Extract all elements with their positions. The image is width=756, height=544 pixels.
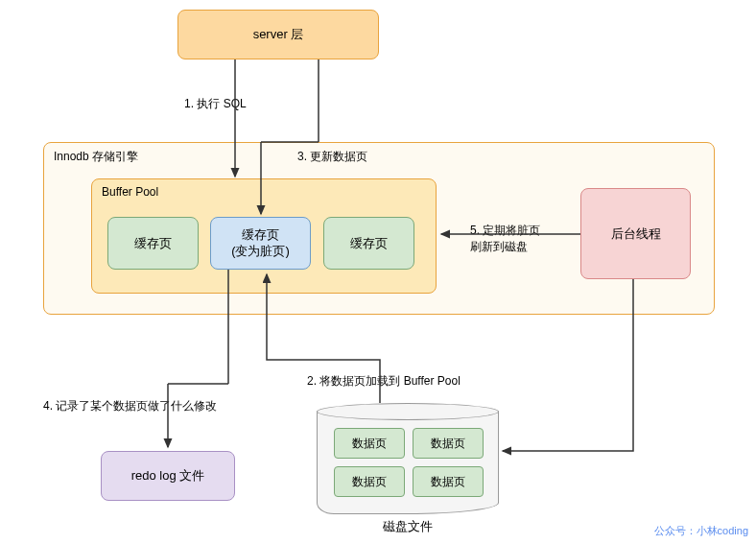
background-thread-box: 后台线程 bbox=[580, 188, 691, 279]
cache-page-right: 缓存页 bbox=[323, 217, 414, 270]
step3-label: 3. 更新数据页 bbox=[297, 149, 367, 165]
step4-label: 4. 记录了某个数据页做了什么修改 bbox=[43, 398, 217, 414]
disk-data-page: 数据页 bbox=[334, 466, 405, 497]
cache-dirty-line2: (变为脏页) bbox=[231, 244, 290, 260]
cache-page-right-label: 缓存页 bbox=[350, 235, 388, 252]
cache-page-left: 缓存页 bbox=[107, 217, 199, 270]
bg-thread-label: 后台线程 bbox=[611, 225, 661, 243]
redo-log-label: redo log 文件 bbox=[131, 467, 205, 485]
redo-log-box: redo log 文件 bbox=[101, 451, 235, 501]
step2-label: 2. 将数据页加载到 Buffer Pool bbox=[307, 373, 461, 390]
step1-label: 1. 执行 SQL bbox=[184, 96, 247, 112]
server-layer-box: server 层 bbox=[177, 10, 379, 59]
step5-label: 5. 定期将脏页 刷新到磁盘 bbox=[470, 223, 540, 255]
watermark: 公众号：小林coding bbox=[654, 524, 748, 538]
cache-page-dirty: 缓存页 (变为脏页) bbox=[210, 217, 311, 270]
disk-data-page: 数据页 bbox=[413, 428, 484, 459]
cache-page-left-label: 缓存页 bbox=[134, 235, 172, 252]
innodb-label: Innodb 存储引擎 bbox=[54, 149, 138, 165]
buffer-pool-label: Buffer Pool bbox=[102, 185, 158, 199]
disk-label: 磁盘文件 bbox=[317, 518, 499, 535]
disk-data-page: 数据页 bbox=[413, 466, 484, 497]
cache-dirty-line1: 缓存页 bbox=[242, 227, 279, 244]
server-label: server 层 bbox=[253, 26, 304, 43]
disk-file: 数据页 数据页 数据页 数据页 磁盘文件 bbox=[317, 403, 499, 528]
disk-data-page: 数据页 bbox=[334, 428, 405, 459]
